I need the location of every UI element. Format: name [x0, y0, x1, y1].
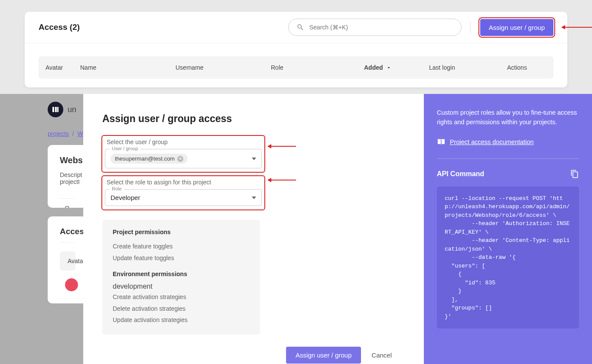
role-label: Select the role to assign for this proje…	[107, 179, 262, 186]
role-section: Select the role to assign for this proje…	[102, 176, 264, 209]
env-perm-title: Environment permissions	[113, 271, 250, 277]
env-perm-list: Create activation strategies Delete acti…	[113, 291, 250, 326]
perm-item: Delete activation strategies	[113, 303, 250, 315]
assign-submit-button[interactable]: Assign user / group	[286, 347, 361, 364]
doc-link[interactable]: Project access documentation	[450, 139, 533, 145]
modal-main: Assign user / group access Select the us…	[83, 94, 424, 364]
access-card: Access (2) Assign user / group Avatar Na…	[25, 12, 567, 87]
bg-project-card: Websh Descript projectI O	[48, 145, 87, 208]
search-input[interactable]	[309, 24, 453, 31]
chevron-down-icon[interactable]	[252, 196, 256, 199]
annotation-arrow	[268, 146, 296, 147]
chevron-down-icon[interactable]	[252, 158, 256, 160]
col-added[interactable]: Added	[364, 64, 429, 71]
user-chip-label: thesuperman@test.com	[115, 155, 175, 162]
table-header: Avatar Name Username Role Added Last log…	[39, 56, 553, 79]
bg-card-desc2: projectI	[60, 178, 75, 185]
col-lastlogin[interactable]: Last login	[429, 64, 507, 71]
search-icon	[296, 23, 304, 31]
cancel-button[interactable]: Cancel	[371, 351, 392, 359]
modal-sidebar: Custom project roles allow you to fine-t…	[424, 94, 592, 364]
perm-item: Update activation strategies	[113, 314, 250, 326]
api-code-block[interactable]: curl --location --request POST 'http://u…	[437, 187, 579, 329]
page-title: Access (2)	[39, 23, 288, 32]
col-role[interactable]: Role	[271, 64, 364, 71]
user-group-section: Select the user / group User / group the…	[102, 136, 264, 172]
avatar	[65, 278, 78, 291]
access-header: Access (2) Assign user / group	[25, 12, 567, 43]
user-group-float-label: User / group	[110, 146, 140, 151]
divider	[470, 21, 471, 33]
modal-title: Assign user / group access	[102, 113, 405, 125]
chevron-up-icon	[386, 64, 392, 71]
project-perm-title: Project permissions	[113, 229, 250, 235]
project-perm-list: Create feature toggles Update feature to…	[113, 241, 250, 264]
col-avatar[interactable]: Avatar	[46, 64, 80, 71]
search-box[interactable]	[288, 19, 462, 36]
annotation-arrow	[562, 27, 592, 28]
api-title: API Command	[437, 170, 484, 178]
permissions-card: Project permissions Create feature toggl…	[102, 220, 260, 335]
user-chip[interactable]: thesuperman@test.com ✕	[111, 154, 188, 164]
perm-item: Update feature toggles	[113, 252, 250, 264]
role-field[interactable]: Role Developer	[105, 189, 262, 206]
user-group-field[interactable]: User / group thesuperman@test.com ✕	[105, 149, 262, 168]
bg-avatar-col: Avata	[60, 251, 75, 271]
bg-access-title: Access	[60, 227, 75, 243]
annotation-arrow	[268, 180, 296, 180]
col-name[interactable]: Name	[80, 64, 176, 71]
bg-card-other: O	[60, 198, 75, 208]
user-group-label: Select the user / group	[107, 139, 262, 145]
bg-card-title: Websh	[60, 155, 75, 165]
assign-access-modal: Assign user / group access Select the us…	[83, 94, 592, 364]
close-icon[interactable]: ✕	[177, 156, 183, 162]
api-command-header: API Command	[437, 158, 579, 179]
modal-actions: Assign user / group Cancel	[102, 335, 405, 364]
crumb-w[interactable]: W	[77, 130, 83, 137]
role-value: Developer	[111, 194, 140, 201]
book-icon	[437, 139, 446, 145]
bg-access-card: Access Avata	[48, 216, 87, 303]
crumb-projects[interactable]: projects	[48, 130, 69, 137]
logo-text: un	[68, 105, 76, 114]
helper-text: Custom project roles allow you to fine-t…	[437, 108, 579, 127]
copy-icon[interactable]	[570, 169, 579, 179]
col-username[interactable]: Username	[176, 64, 271, 71]
col-actions[interactable]: Actions	[507, 64, 542, 71]
role-float-label: Role	[110, 186, 124, 191]
perm-item: Create activation strategies	[113, 291, 250, 303]
env-name: development	[113, 283, 250, 290]
doc-link-row: Project access documentation	[437, 139, 579, 145]
assign-user-group-button[interactable]: Assign user / group	[480, 19, 553, 36]
col-added-label: Added	[364, 64, 383, 71]
perm-item: Create feature toggles	[113, 241, 250, 252]
bg-card-desc1: Descript	[60, 171, 75, 178]
logo-icon	[48, 102, 63, 117]
